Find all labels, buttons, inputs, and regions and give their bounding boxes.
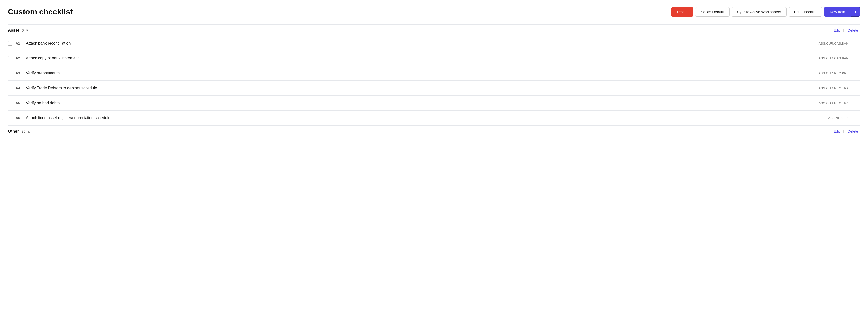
item-code: A4 [16, 86, 23, 90]
table-row: A4 Verify Trade Debtors to debtors sched… [8, 81, 860, 96]
item-menu-button[interactable]: ⋮ [852, 100, 860, 106]
checklist-items: A1 Attach bank reconciliation ASS.CUR.CA… [8, 36, 860, 126]
asset-section-count: 6 [22, 28, 24, 32]
item-left: A2 Attach copy of bank statement [8, 56, 79, 61]
new-item-caret-button[interactable]: ▾ [851, 7, 860, 16]
item-checkbox[interactable] [8, 41, 12, 45]
asset-section-left: Asset 6 ▾ [8, 28, 28, 33]
item-code: A6 [16, 116, 23, 120]
table-row: A5 Verify no bad debts ASS.CUR.REC.TRA ⋮ [8, 96, 860, 111]
other-section-left: Other 20 ▴ [8, 129, 30, 134]
item-label: Attach bank reconciliation [26, 41, 70, 45]
edit-checklist-button[interactable]: Edit Checklist [788, 7, 822, 16]
other-chevron-icon[interactable]: ▴ [28, 129, 30, 134]
table-row: A2 Attach copy of bank statement ASS.CUR… [8, 51, 860, 66]
item-tag: ASS.CUR.CAS.BAN [819, 42, 849, 45]
item-tag: ASS.CUR.REC.TRA [819, 101, 849, 105]
item-checkbox[interactable] [8, 101, 12, 105]
asset-delete-button[interactable]: Delete [846, 27, 860, 33]
other-delete-button[interactable]: Delete [846, 128, 860, 134]
set-default-button[interactable]: Set as Default [695, 7, 730, 16]
item-label: Attach ficed asset register/depreciation… [26, 116, 110, 120]
sync-button[interactable]: Sync to Active Workpapers [732, 7, 787, 16]
delete-button[interactable]: Delete [671, 7, 693, 16]
item-left: A1 Attach bank reconciliation [8, 41, 70, 45]
item-label: Verify no bad debts [26, 101, 60, 105]
page-title: Custom checklist [8, 7, 73, 16]
asset-chevron-icon[interactable]: ▾ [26, 28, 28, 33]
item-tag: ASS.CUR.REC.TRA [819, 86, 849, 90]
asset-section-header: Asset 6 ▾ Edit | Delete [8, 25, 860, 36]
item-tag: ASS.NCA.FIX [828, 116, 849, 120]
item-label: Attach copy of bank statement [26, 56, 79, 61]
item-right: ASS.CUR.REC.TRA ⋮ [819, 100, 860, 106]
item-left: A5 Verify no bad debts [8, 101, 60, 105]
other-section-right: Edit | Delete [832, 128, 860, 134]
item-menu-button[interactable]: ⋮ [852, 115, 860, 121]
item-code: A3 [16, 71, 23, 75]
item-right: ASS.CUR.CAS.BAN ⋮ [819, 40, 860, 46]
item-menu-button[interactable]: ⋮ [852, 55, 860, 61]
item-right: ASS.NCA.FIX ⋮ [828, 115, 860, 121]
table-row: A1 Attach bank reconciliation ASS.CUR.CA… [8, 36, 860, 51]
asset-section-title: Asset [8, 28, 19, 33]
header-actions: Delete Set as Default Sync to Active Wor… [671, 7, 860, 16]
item-code: A1 [16, 41, 23, 45]
table-row: A6 Attach ficed asset register/depreciat… [8, 111, 860, 126]
item-label: Verify Trade Debtors to debtors schedule [26, 86, 97, 90]
new-item-button[interactable]: New Item [824, 7, 851, 16]
other-edit-button[interactable]: Edit [832, 128, 842, 134]
item-left: A3 Verify prepayments [8, 71, 60, 75]
item-code: A5 [16, 101, 23, 105]
item-right: ASS.CUR.REC.TRA ⋮ [819, 85, 860, 91]
table-row: A3 Verify prepayments ASS.CUR.REC.PRE ⋮ [8, 66, 860, 81]
item-checkbox[interactable] [8, 71, 12, 75]
item-menu-button[interactable]: ⋮ [852, 85, 860, 91]
item-checkbox[interactable] [8, 86, 12, 90]
item-menu-button[interactable]: ⋮ [852, 40, 860, 46]
other-section-header: Other 20 ▴ Edit | Delete [8, 126, 860, 137]
new-item-group: New Item ▾ [824, 7, 860, 16]
asset-edit-button[interactable]: Edit [832, 27, 842, 33]
other-section-count: 20 [21, 129, 26, 133]
item-tag: ASS.CUR.CAS.BAN [819, 57, 849, 60]
item-code: A2 [16, 56, 23, 60]
asset-section-right: Edit | Delete [832, 27, 860, 33]
item-left: A6 Attach ficed asset register/depreciat… [8, 116, 110, 120]
item-checkbox[interactable] [8, 56, 12, 61]
item-label: Verify prepayments [26, 71, 60, 75]
item-right: ASS.CUR.REC.PRE ⋮ [818, 70, 860, 76]
other-section-title: Other [8, 129, 19, 134]
item-right: ASS.CUR.CAS.BAN ⋮ [819, 55, 860, 61]
item-tag: ASS.CUR.REC.PRE [818, 71, 849, 75]
item-checkbox[interactable] [8, 116, 12, 120]
item-menu-button[interactable]: ⋮ [852, 70, 860, 76]
page-header: Custom checklist Delete Set as Default S… [8, 7, 860, 16]
item-left: A4 Verify Trade Debtors to debtors sched… [8, 86, 97, 90]
